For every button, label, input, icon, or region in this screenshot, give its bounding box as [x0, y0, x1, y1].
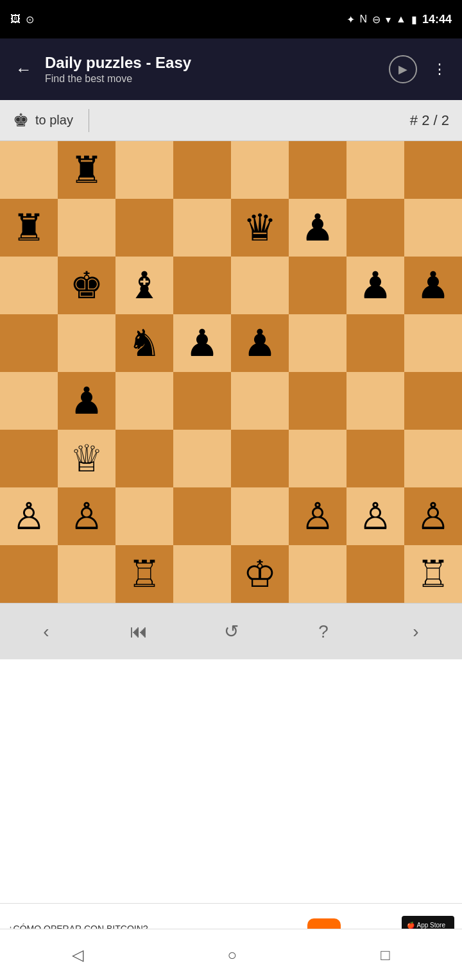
cell-3-1[interactable] [58, 314, 116, 372]
cell-2-5[interactable] [289, 257, 346, 314]
cell-3-4[interactable]: ♟ [231, 314, 289, 372]
cell-4-0[interactable] [0, 372, 58, 430]
back-nav-button[interactable]: ◁ [56, 938, 99, 972]
cell-5-0[interactable] [0, 430, 58, 487]
cell-3-7[interactable] [404, 314, 462, 372]
app-store-label: App Store [417, 922, 445, 929]
toolbar-title: Daily puzzles - Easy [45, 54, 381, 72]
cell-0-1[interactable]: ♜ [58, 141, 116, 199]
puzzle-turn: ♚ to play [13, 110, 73, 131]
cell-2-3[interactable] [173, 257, 231, 314]
cell-2-7[interactable]: ♟ [404, 257, 462, 314]
cell-6-5[interactable]: ♙ [289, 487, 346, 545]
cell-2-1[interactable]: ♚ [58, 257, 116, 314]
chess-board-container: ♜♜♛♟♚♝♟♟♞♟♟♟♕♙♙♙♙♙♖♔♖ [0, 141, 462, 603]
cell-6-3[interactable] [173, 487, 231, 545]
cell-4-6[interactable] [346, 372, 404, 430]
play-button[interactable]: ▶ [389, 55, 417, 83]
cell-0-6[interactable] [346, 141, 404, 199]
turn-label: to play [35, 113, 73, 128]
cell-6-6[interactable]: ♙ [346, 487, 404, 545]
cell-6-2[interactable] [116, 487, 173, 545]
cell-6-7[interactable]: ♙ [404, 487, 462, 545]
cell-0-0[interactable] [0, 141, 58, 199]
bluetooth-icon: ✦ [346, 13, 355, 26]
cell-5-5[interactable] [289, 430, 346, 487]
status-bar-left: 🖼 ⊙ [10, 13, 34, 26]
cell-0-7[interactable] [404, 141, 462, 199]
cell-2-4[interactable] [231, 257, 289, 314]
undo-button[interactable]: ↺ [205, 612, 257, 651]
bottom-nav: ◁ ○ □ [0, 929, 462, 980]
cell-3-3[interactable]: ♟ [173, 314, 231, 372]
cell-5-2[interactable] [116, 430, 173, 487]
cell-1-5[interactable]: ♟ [289, 199, 346, 257]
cell-7-7[interactable]: ♖ [404, 545, 462, 603]
turn-king-icon: ♚ [13, 110, 29, 131]
cell-0-4[interactable] [231, 141, 289, 199]
divider [89, 109, 89, 132]
cell-1-3[interactable] [173, 199, 231, 257]
cell-6-1[interactable]: ♙ [58, 487, 116, 545]
recents-nav-button[interactable]: □ [365, 938, 406, 972]
cell-3-2[interactable]: ♞ [116, 314, 173, 372]
cell-3-6[interactable] [346, 314, 404, 372]
cell-5-7[interactable] [404, 430, 462, 487]
apple-icon: 🍎 [407, 922, 415, 929]
toolbar-subtitle: Find the best move [45, 73, 381, 85]
dnd-icon: ⊖ [372, 13, 381, 26]
prev-button[interactable]: ‹ [21, 612, 72, 651]
cell-3-0[interactable] [0, 314, 58, 372]
cell-4-2[interactable] [116, 372, 173, 430]
nfc-icon: N [360, 13, 368, 25]
next-button[interactable]: › [390, 612, 441, 651]
wifi-icon: ▾ [386, 13, 391, 26]
cell-7-2[interactable]: ♖ [116, 545, 173, 603]
more-button[interactable]: ⋮ [427, 58, 452, 80]
cell-7-4[interactable]: ♔ [231, 545, 289, 603]
cell-1-1[interactable] [58, 199, 116, 257]
gallery-icon: 🖼 [10, 13, 21, 25]
cell-0-5[interactable] [289, 141, 346, 199]
chess-board[interactable]: ♜♜♛♟♚♝♟♟♞♟♟♟♕♙♙♙♙♙♖♔♖ [0, 141, 462, 603]
cell-5-1[interactable]: ♕ [58, 430, 116, 487]
cell-6-4[interactable] [231, 487, 289, 545]
cell-7-3[interactable] [173, 545, 231, 603]
camera-icon: ⊙ [26, 13, 34, 26]
cell-5-3[interactable] [173, 430, 231, 487]
back-button[interactable]: ← [10, 55, 37, 85]
status-bar-right: ✦ N ⊖ ▾ ▲ ▮ 14:44 [346, 13, 452, 26]
cell-4-4[interactable] [231, 372, 289, 430]
hint-button[interactable]: ? [298, 612, 349, 651]
cell-0-2[interactable] [116, 141, 173, 199]
cell-4-1[interactable]: ♟ [58, 372, 116, 430]
toolbar: ← Daily puzzles - Easy Find the best mov… [0, 38, 462, 100]
cell-6-0[interactable]: ♙ [0, 487, 58, 545]
navigation-bar: ‹ ⏮ ↺ ? › [0, 603, 462, 659]
cell-2-2[interactable]: ♝ [116, 257, 173, 314]
toolbar-title-group: Daily puzzles - Easy Find the best move [45, 54, 381, 85]
white-area [0, 659, 462, 903]
cell-7-0[interactable] [0, 545, 58, 603]
status-time: 14:44 [422, 13, 452, 26]
battery-icon: ▮ [411, 13, 417, 26]
cell-1-4[interactable]: ♛ [231, 199, 289, 257]
cell-5-4[interactable] [231, 430, 289, 487]
cell-1-2[interactable] [116, 199, 173, 257]
home-nav-button[interactable]: ○ [212, 938, 252, 972]
cell-4-3[interactable] [173, 372, 231, 430]
cell-7-1[interactable] [58, 545, 116, 603]
cell-4-7[interactable] [404, 372, 462, 430]
cell-0-3[interactable] [173, 141, 231, 199]
cell-4-5[interactable] [289, 372, 346, 430]
cell-1-0[interactable]: ♜ [0, 199, 58, 257]
cell-2-6[interactable]: ♟ [346, 257, 404, 314]
cell-1-6[interactable] [346, 199, 404, 257]
cell-5-6[interactable] [346, 430, 404, 487]
cell-3-5[interactable] [289, 314, 346, 372]
cell-7-6[interactable] [346, 545, 404, 603]
first-button[interactable]: ⏮ [113, 612, 164, 651]
cell-2-0[interactable] [0, 257, 58, 314]
cell-7-5[interactable] [289, 545, 346, 603]
cell-1-7[interactable] [404, 199, 462, 257]
